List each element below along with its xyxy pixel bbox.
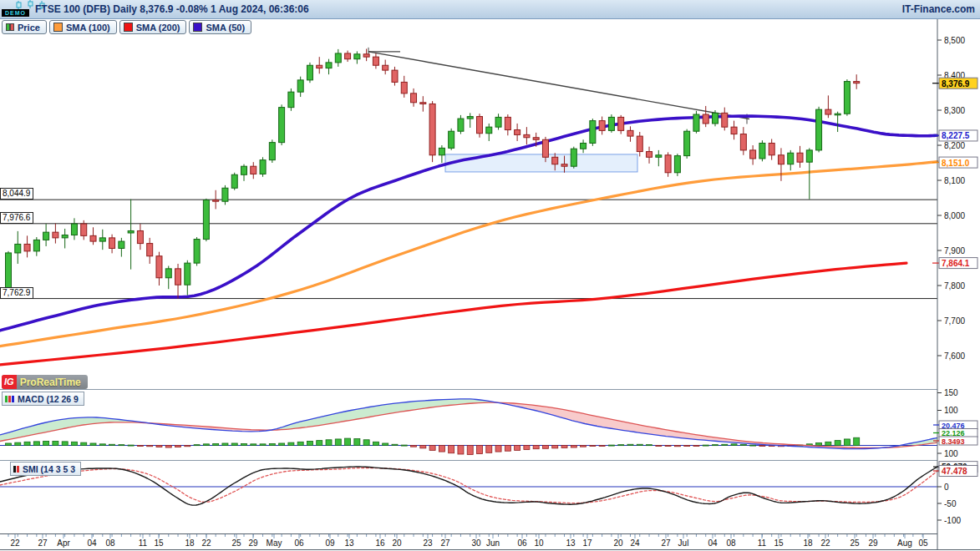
candlestick (769, 143, 774, 154)
macd-histogram-bar (90, 443, 96, 446)
candlestick (363, 54, 369, 57)
svg-text:8,376.9: 8,376.9 (942, 79, 970, 88)
candlestick (656, 155, 662, 158)
svg-text:17: 17 (582, 538, 592, 548)
price-chart-svg: 8,5008,4008,3008,2008,1008,0007,9007,800… (0, 0, 980, 551)
macd-histogram-bar (335, 439, 341, 446)
candlestick (194, 240, 200, 264)
macd-histogram-bar (194, 445, 200, 446)
candlestick (429, 104, 435, 154)
svg-text:15: 15 (154, 538, 164, 548)
legend-sma200-button[interactable]: SMA (200) (119, 20, 187, 34)
candlestick (119, 241, 124, 248)
macd-histogram-bar (495, 446, 501, 452)
svg-text:Jul: Jul (678, 538, 689, 548)
svg-text:8,200: 8,200 (944, 141, 965, 150)
macd-histogram-bar (486, 446, 492, 453)
svg-text:May: May (267, 538, 282, 548)
candlestick (269, 143, 275, 160)
sma100-icon (53, 23, 63, 32)
svg-text:25: 25 (231, 538, 241, 548)
candlestick (581, 143, 586, 149)
candlestick (307, 65, 312, 80)
svg-text:47.478: 47.478 (942, 467, 967, 476)
candlestick (816, 109, 822, 150)
legend-price-button[interactable]: Price (2, 20, 47, 34)
macd-indicator-label[interactable]: MACD (12 26 9 (2, 392, 84, 406)
price-series-icon (6, 23, 14, 31)
macd-histogram-bar (740, 444, 746, 445)
candlestick (618, 117, 624, 130)
smi-icon (13, 465, 19, 473)
level-label-8044: 8,044.9 (0, 188, 33, 200)
candlestick (797, 153, 803, 162)
date-axis: 2227Apr0408111518222529May06091316202327… (8, 534, 928, 548)
svg-text:7,700: 7,700 (944, 316, 965, 326)
macd-histogram-bar (608, 445, 614, 446)
svg-text:0: 0 (944, 483, 949, 492)
svg-text:16: 16 (375, 538, 385, 548)
macd-histogram-bar (816, 443, 822, 446)
candlestick (241, 166, 247, 174)
macd-histogram-bar (345, 438, 351, 445)
candlestick (165, 269, 171, 278)
prorealtime-watermark[interactable]: IG ProRealTime (2, 375, 88, 389)
macd-histogram-bar (43, 441, 49, 445)
svg-text:10: 10 (534, 538, 544, 548)
svg-text:8,500: 8,500 (944, 36, 965, 45)
macd-histogram-bar (156, 446, 162, 447)
svg-text:25: 25 (850, 538, 860, 548)
svg-text:08: 08 (105, 538, 115, 548)
candlestick (53, 232, 58, 238)
demo-badge: DEMO (2, 9, 29, 17)
macd-histogram-bar (231, 443, 237, 446)
candlestick (345, 53, 351, 59)
macd-histogram-bar (71, 442, 77, 445)
macd-histogram-bar (571, 446, 576, 448)
candlestick (458, 119, 464, 131)
candlestick (835, 114, 840, 115)
macd-histogram-bar (165, 446, 171, 448)
candlestick (806, 150, 812, 162)
candlestick (599, 121, 605, 131)
macd-histogram-bar (251, 444, 256, 446)
svg-text:27: 27 (38, 538, 48, 548)
svg-text:150: 150 (944, 388, 958, 397)
candlestick (505, 117, 510, 129)
smi-indicator-label[interactable]: SMI (14 3 5 3 (10, 462, 81, 476)
macd-histogram-bar (326, 440, 332, 446)
macd-histogram-bar (750, 445, 756, 446)
macd-histogram-bar (674, 446, 680, 447)
panel-borders (0, 18, 980, 550)
svg-text:100: 100 (944, 406, 958, 415)
macd-histogram-bar (401, 445, 407, 446)
legend-sma50-button[interactable]: SMA (50) (189, 20, 251, 34)
macd-icon (5, 395, 14, 402)
legend-sma100-button[interactable]: SMA (100) (49, 20, 117, 34)
macd-histogram-bar (693, 446, 699, 447)
macd-histogram-bar (647, 445, 652, 446)
svg-text:05: 05 (918, 538, 928, 548)
candlestick (439, 148, 444, 154)
macd-histogram-bar (53, 441, 58, 445)
svg-text:8,100: 8,100 (944, 176, 965, 185)
svg-text:29: 29 (248, 538, 258, 548)
macd-histogram-bar (561, 446, 567, 448)
candlestick (467, 117, 473, 119)
macd-histogram-bar (467, 446, 473, 455)
svg-text:11: 11 (758, 538, 767, 548)
candlestick (62, 235, 68, 238)
svg-text:7,600: 7,600 (944, 351, 965, 361)
candlestick (175, 269, 181, 285)
svg-text:18: 18 (185, 538, 195, 548)
svg-text:11: 11 (139, 538, 148, 548)
macd-histogram-bar (260, 444, 266, 446)
svg-text:18: 18 (803, 538, 813, 548)
macd-histogram-bar (222, 443, 228, 446)
macd-histogram-bar (307, 441, 312, 445)
macd-histogram-bar (627, 444, 633, 445)
svg-text:06: 06 (294, 538, 304, 548)
macd-histogram-bar (552, 446, 558, 448)
macd-histogram-bar (684, 446, 690, 447)
svg-text:100: 100 (944, 449, 958, 458)
